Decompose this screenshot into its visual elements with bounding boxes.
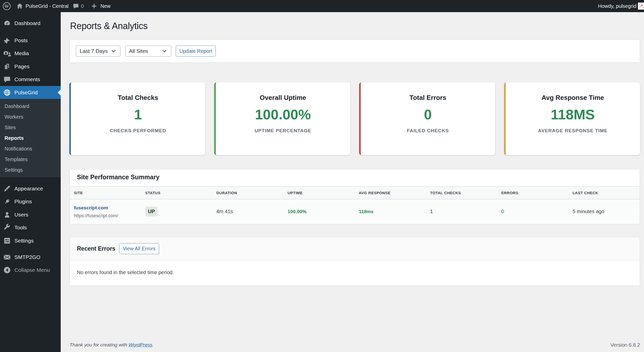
svg-text:W: W [4, 3, 9, 9]
